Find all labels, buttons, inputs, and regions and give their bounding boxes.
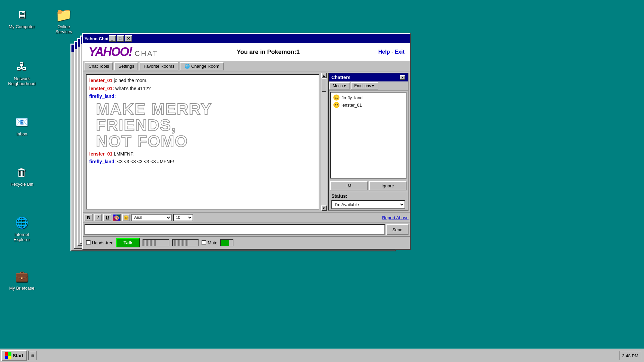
hands-free-label: Hands-free (92, 240, 113, 245)
start-label: Start (13, 353, 23, 358)
chat-username: firefly_land: (89, 94, 116, 99)
internet-explorer-label: Internet Explorer (7, 232, 37, 242)
color-button[interactable]: 🎨 (113, 214, 121, 221)
change-room-button[interactable]: 🌐 Change Room (180, 62, 224, 70)
desktop-icon-my-computer[interactable]: 🖥 My Computer (7, 7, 37, 29)
chat-text: LMMFNF! (114, 151, 135, 157)
help-link[interactable]: Help (378, 49, 390, 55)
header-links: Help - Exit (378, 49, 405, 55)
desktop-icon-inbox[interactable]: 📧 Inbox (7, 114, 37, 136)
room-info: You are in Pokemon:1 (237, 49, 300, 56)
desktop-icon-internet-explorer[interactable]: 🌐 Internet Explorer (7, 215, 37, 242)
status-area: Status: I'm Available Be Right Back Busy… (329, 192, 408, 210)
link-separator: - (391, 49, 393, 55)
ignore-button[interactable]: Ignore (369, 181, 407, 190)
chat-tools-menu[interactable]: Chat Tools (85, 62, 113, 70)
window-titlebar: Yahoo Chat _ □ ✕ (83, 34, 410, 43)
scroll-up-button[interactable]: ▲ (321, 73, 327, 78)
voice-slider-fill (173, 240, 188, 246)
chat-text: <3 <3 <3 <3 <3 <3 #MFNF! (117, 159, 174, 164)
chat-message: firefly_land: <3 <3 <3 <3 <3 <3 #MFNF! (89, 159, 316, 165)
italic-button[interactable]: I (94, 214, 102, 221)
chatter-item[interactable]: 😊 lenster_01 (332, 101, 405, 109)
chat-username: firefly_land: (89, 159, 116, 164)
desktop: 🖥 My Computer 📁 Online Services 🖧 Networ… (0, 0, 644, 362)
graphic-line1: MAKE MERRY (96, 101, 316, 117)
chat-area[interactable]: lenster_01 joined the room. lenster_01: … (86, 74, 319, 209)
change-room-label: Change Room (191, 64, 219, 69)
minimize-button[interactable]: _ (109, 35, 116, 42)
start-button[interactable]: Start (1, 350, 27, 361)
chatter-name: firefly_land (341, 95, 363, 100)
status-label: Status: (331, 193, 405, 199)
scroll-thumb[interactable] (322, 78, 326, 92)
yahoo-logo-area: YAHOO! CHAT (89, 46, 158, 58)
taskbar-tray: 🖥 (28, 351, 37, 360)
mute-checkbox[interactable] (202, 240, 206, 245)
menu-bar: Chat Tools Settings Favorite Rooms 🌐 Cha… (83, 61, 410, 71)
maximize-button[interactable]: □ (117, 35, 124, 42)
underline-button[interactable]: U (103, 214, 111, 221)
chatters-title: Chatters (331, 75, 351, 80)
chatters-buttons: IM Ignore (329, 180, 408, 192)
talk-button[interactable]: Talk (116, 238, 140, 247)
chatters-emotions-button[interactable]: Emotions▼ (351, 82, 378, 89)
chat-message: lenster_01 LMMFNF! (89, 151, 316, 158)
desktop-icon-online-services[interactable]: 📁 Online Services (49, 7, 79, 34)
voice-bar: Hands-free Talk Mute (83, 236, 410, 249)
voice-slider-fill (143, 240, 156, 246)
emoticon-button[interactable]: 😊 (122, 214, 130, 221)
globe-icon: 🌐 (184, 64, 190, 69)
online-services-icon: 📁 (56, 7, 72, 23)
close-button[interactable]: ✕ (125, 35, 132, 42)
my-briefcase-icon: 💼 (14, 268, 30, 284)
bold-button[interactable]: B (85, 214, 93, 221)
format-toolbar: B I U 🎨 😊 Arial 10 Report Abuse (83, 212, 410, 223)
my-computer-label: My Computer (9, 24, 35, 29)
favorite-rooms-menu[interactable]: Favorite Rooms (140, 62, 178, 70)
chat-message: firefly_land: (89, 93, 316, 100)
chatter-smiley-icon: 😊 (333, 95, 339, 101)
font-select[interactable]: Arial (131, 214, 172, 221)
voice-slider-2[interactable] (172, 239, 199, 246)
main-content: lenster_01 joined the room. lenster_01: … (83, 71, 410, 212)
internet-explorer-icon: 🌐 (14, 215, 30, 231)
network-neighborhood-icon: 🖧 (14, 59, 30, 75)
size-select[interactable]: 10 (173, 214, 193, 221)
window-title: Yahoo Chat (85, 36, 109, 41)
send-button[interactable]: Send (386, 224, 409, 235)
flag-q3 (5, 356, 8, 359)
mute-item: Mute (202, 240, 217, 245)
settings-menu[interactable]: Settings (114, 62, 138, 70)
im-button[interactable]: IM (330, 181, 368, 190)
chat-scrollbar[interactable]: ▲ ▼ (321, 73, 327, 211)
network-neighborhood-label: Network Neighborhood (7, 76, 37, 86)
chat-username: lenster_01 (89, 78, 112, 83)
desktop-icon-my-briefcase[interactable]: 💼 My Briefcase (7, 268, 37, 291)
chat-input-row: Send (83, 223, 410, 236)
windows-flag-icon (5, 352, 11, 359)
status-dropdown[interactable]: I'm Available Be Right Back Busy Not At … (331, 200, 405, 209)
hands-free-checkbox[interactable] (86, 240, 91, 245)
chat-area-row: lenster_01 joined the room. lenster_01: … (83, 71, 328, 212)
chatters-close-button[interactable]: × (400, 75, 405, 80)
chatter-item[interactable]: 😊 firefly_land (332, 94, 405, 101)
chatters-menu-button[interactable]: Menu▼ (329, 82, 350, 89)
chatter-smiley-icon: 😊 (333, 102, 339, 108)
voice-slider-1[interactable] (143, 239, 169, 246)
chat-username: lenster_01: (89, 86, 114, 91)
chat-message: lenster_01: what's the 411?? (89, 85, 316, 92)
exit-link[interactable]: Exit (395, 49, 405, 55)
report-abuse-link[interactable]: Report Abuse (382, 215, 409, 220)
chatters-titlebar: Chatters × (329, 73, 408, 81)
scroll-track (321, 78, 327, 205)
graphic-text: MAKE MERRY FRIENDS, NOT FOMO (96, 101, 316, 149)
flag-q2 (8, 352, 12, 356)
taskbar-clock: 3:48 PM (619, 351, 641, 360)
yahoo-header: YAHOO! CHAT You are in Pokemon:1 Help - … (83, 43, 410, 61)
desktop-icon-network-neighborhood[interactable]: 🖧 Network Neighborhood (7, 59, 37, 86)
taskbar: Start 🖥 3:48 PM (0, 349, 644, 362)
desktop-icon-recycle-bin[interactable]: 🗑 Recycle Bin (7, 164, 37, 187)
scroll-down-button[interactable]: ▼ (321, 205, 327, 211)
chat-input[interactable] (85, 224, 385, 235)
